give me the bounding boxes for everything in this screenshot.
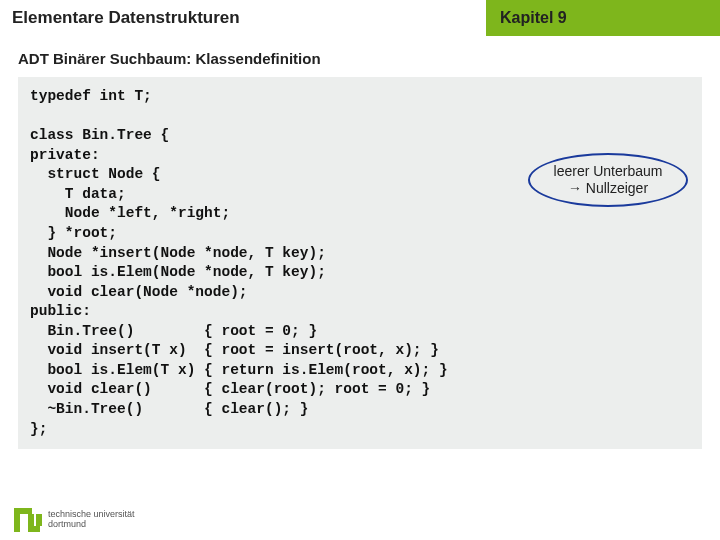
annotation-ellipse: leerer Unterbaum → Nullzeiger xyxy=(528,153,688,207)
tu-logo: technische universität dortmund xyxy=(14,508,135,532)
tu-logo-icon xyxy=(14,508,42,532)
header-left: Elementare Datenstrukturen xyxy=(0,0,486,36)
annotation-line2: → Nullzeiger xyxy=(568,180,648,197)
footer-line2: dortmund xyxy=(48,520,135,530)
code-text: typedef int T; class Bin.Tree { private:… xyxy=(30,88,448,437)
header-bar: Elementare Datenstrukturen Kapitel 9 xyxy=(0,0,720,36)
header-title: Elementare Datenstrukturen xyxy=(12,8,240,28)
chapter-label: Kapitel 9 xyxy=(486,9,567,27)
annotation-line1: leerer Unterbaum xyxy=(554,163,663,180)
content-area: ADT Binärer Suchbaum: Klassendefinition … xyxy=(0,36,720,449)
code-block: typedef int T; class Bin.Tree { private:… xyxy=(18,77,702,449)
footer: technische universität dortmund xyxy=(14,508,135,532)
tu-logo-text: technische universität dortmund xyxy=(48,510,135,530)
slide-subtitle: ADT Binärer Suchbaum: Klassendefinition xyxy=(18,50,702,67)
